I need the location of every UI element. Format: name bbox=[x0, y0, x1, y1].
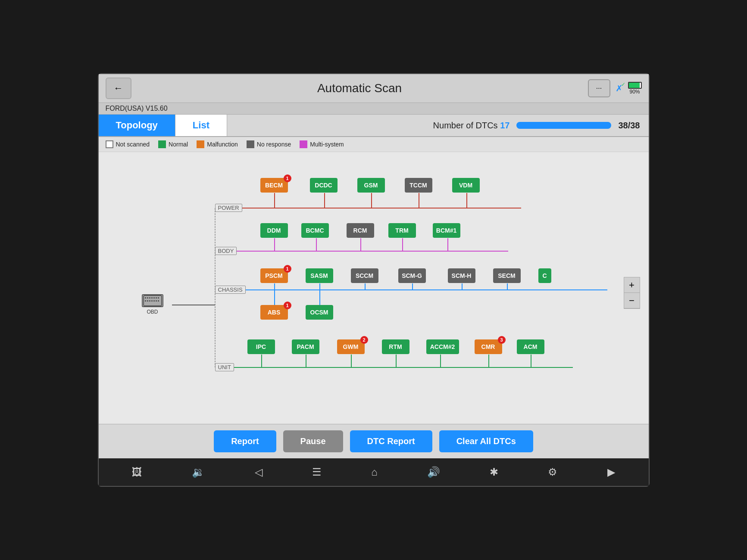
zoom-out-button[interactable]: − bbox=[624, 293, 640, 308]
bluetooth-check-icon: ✓ bbox=[621, 81, 625, 87]
svg-rect-39 bbox=[145, 300, 146, 302]
node-secm[interactable]: SECM bbox=[493, 268, 521, 283]
header: ← Automatic Scan ··· ✗ ✓ 90% bbox=[99, 74, 649, 103]
page-title: Automatic Scan bbox=[138, 81, 581, 95]
node-gwm[interactable]: GWM 2 bbox=[337, 339, 365, 354]
zoom-in-button[interactable]: + bbox=[624, 277, 640, 293]
svg-rect-38 bbox=[158, 297, 159, 299]
legend-malfunction: Malfunction bbox=[197, 140, 238, 148]
firmware-label: FORD(USA) V15.60 bbox=[99, 103, 649, 115]
dtc-count: 17 bbox=[500, 121, 509, 130]
node-bcmc[interactable]: BCMC bbox=[301, 223, 329, 238]
node-accm2[interactable]: ACCM#2 bbox=[426, 339, 459, 354]
zoom-controls: + − bbox=[624, 277, 640, 309]
node-tccm[interactable]: TCCM bbox=[405, 178, 432, 193]
node-gsm[interactable]: GSM bbox=[357, 178, 385, 193]
footer-buttons: Report Pause DTC Report Clear All DTCs bbox=[99, 424, 649, 458]
message-icon: ··· bbox=[596, 84, 602, 92]
topology-area: POWER BODY CHASSIS UNIT bbox=[99, 152, 649, 424]
svg-rect-44 bbox=[156, 300, 157, 302]
nav-bluetooth-icon[interactable]: ✱ bbox=[490, 466, 498, 478]
svg-rect-40 bbox=[147, 300, 148, 302]
node-abs-badge: 1 bbox=[284, 302, 291, 309]
battery-bar bbox=[628, 82, 642, 89]
svg-rect-45 bbox=[158, 300, 159, 302]
malfunction-icon bbox=[197, 140, 204, 148]
progress-label: 38/38 bbox=[618, 121, 640, 131]
node-cmr-badge: 3 bbox=[498, 336, 506, 344]
svg-rect-35 bbox=[151, 297, 153, 299]
node-rcm[interactable]: RCM bbox=[347, 223, 374, 238]
svg-rect-41 bbox=[149, 300, 150, 302]
pause-button[interactable]: Pause bbox=[283, 430, 343, 452]
svg-rect-37 bbox=[156, 297, 157, 299]
svg-rect-33 bbox=[147, 297, 148, 299]
node-acm[interactable]: ACM bbox=[517, 339, 544, 354]
header-icons: ··· ✗ ✓ 90% bbox=[588, 79, 642, 97]
node-becm-badge: 1 bbox=[284, 174, 291, 182]
node-pacm[interactable]: PACM bbox=[292, 339, 319, 354]
nav-volume-up-icon[interactable]: 🔊 bbox=[427, 466, 440, 478]
bus-label-body: BODY bbox=[215, 247, 237, 255]
node-gwm-badge: 2 bbox=[360, 336, 368, 344]
bluetooth-status: ✗ ✓ bbox=[616, 83, 623, 93]
node-trm[interactable]: TRM bbox=[388, 223, 416, 238]
svg-rect-42 bbox=[151, 300, 153, 302]
nav-screenshot-icon[interactable]: 🖼 bbox=[132, 466, 142, 478]
obd-icon bbox=[142, 294, 163, 307]
back-button[interactable]: ← bbox=[106, 78, 131, 99]
node-ipc[interactable]: IPC bbox=[247, 339, 275, 354]
tabs-row: Topology List Number of DTCs 17 38/38 bbox=[99, 115, 649, 137]
node-extra[interactable]: C bbox=[538, 268, 551, 283]
node-ocsm[interactable]: OCSM bbox=[306, 305, 333, 320]
multi-system-icon bbox=[300, 140, 307, 148]
tab-topology[interactable]: Topology bbox=[99, 115, 175, 136]
svg-rect-34 bbox=[149, 297, 150, 299]
node-rtm[interactable]: RTM bbox=[382, 339, 409, 354]
obd-connector: OBD bbox=[142, 294, 163, 315]
legend-normal: Normal bbox=[158, 140, 188, 148]
message-button[interactable]: ··· bbox=[588, 79, 610, 97]
node-vdm[interactable]: VDM bbox=[452, 178, 480, 193]
obd-label: OBD bbox=[147, 309, 158, 315]
nav-back-icon[interactable]: ◁ bbox=[255, 466, 263, 478]
battery-fill bbox=[629, 83, 640, 88]
node-cmr[interactable]: CMR 3 bbox=[475, 339, 502, 354]
dtc-label: Number of DTCs 17 bbox=[433, 121, 510, 131]
legend-not-scanned: Not scanned bbox=[106, 140, 150, 148]
node-dcdc[interactable]: DCDC bbox=[310, 178, 338, 193]
svg-rect-32 bbox=[145, 297, 146, 299]
dtc-report-button[interactable]: DTC Report bbox=[350, 430, 432, 452]
battery-percent: 90% bbox=[629, 89, 640, 95]
tab-list[interactable]: List bbox=[175, 115, 227, 136]
legend-row: Not scanned Normal Malfunction No respon… bbox=[99, 137, 649, 152]
clear-dtcs-button[interactable]: Clear All DTCs bbox=[439, 430, 533, 452]
not-scanned-icon bbox=[106, 140, 113, 148]
svg-rect-36 bbox=[153, 297, 155, 299]
node-scmh[interactable]: SCM-H bbox=[448, 268, 475, 283]
node-sasm[interactable]: SASM bbox=[306, 268, 333, 283]
svg-rect-43 bbox=[153, 300, 155, 302]
report-button[interactable]: Report bbox=[214, 430, 276, 452]
node-abs[interactable]: ABS 1 bbox=[260, 305, 288, 320]
bus-label-chassis: CHASSIS bbox=[215, 286, 246, 294]
normal-icon bbox=[158, 140, 166, 148]
nav-volume-down-icon[interactable]: 🔉 bbox=[192, 466, 205, 478]
nav-settings-icon[interactable]: ⚙ bbox=[548, 466, 557, 478]
node-bcm1[interactable]: BCM#1 bbox=[433, 223, 460, 238]
node-ddm[interactable]: DDM bbox=[260, 223, 288, 238]
nav-home-icon[interactable]: ⌂ bbox=[371, 466, 378, 478]
node-becm[interactable]: BECM 1 bbox=[260, 178, 288, 193]
legend-multi-system: Multi-system bbox=[300, 140, 344, 148]
node-sccm[interactable]: SCCM bbox=[351, 268, 378, 283]
main-screen: ← Automatic Scan ··· ✗ ✓ 90% FORD(USA) V… bbox=[98, 73, 650, 487]
progress-bar bbox=[516, 122, 611, 129]
nav-menu-icon[interactable]: ☰ bbox=[312, 466, 322, 478]
node-scmg[interactable]: SCM-G bbox=[398, 268, 426, 283]
nav-video-icon[interactable]: ▶ bbox=[607, 466, 615, 478]
bus-label-power: POWER bbox=[215, 204, 242, 212]
node-pscm[interactable]: PSCM 1 bbox=[260, 268, 288, 283]
topology-lines bbox=[99, 152, 649, 424]
dtc-info: Number of DTCs 17 38/38 bbox=[227, 121, 649, 131]
bus-label-unit: UNIT bbox=[215, 363, 234, 371]
